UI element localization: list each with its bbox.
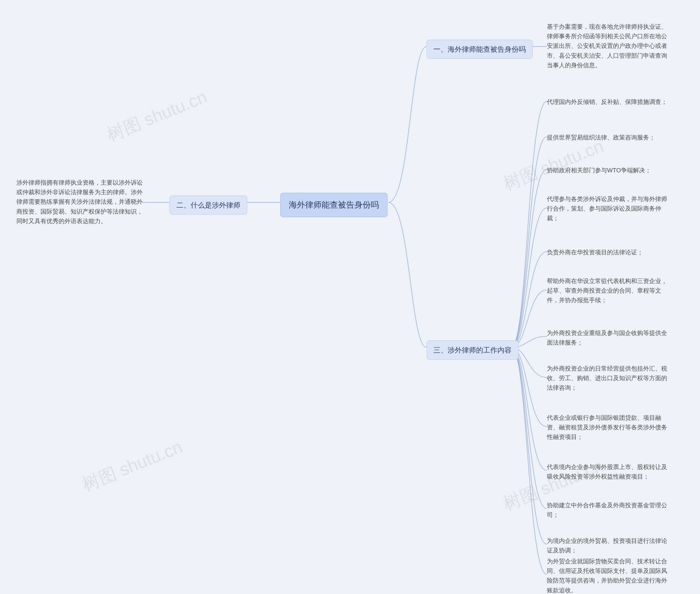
leaf-work-1: 提供世界贸易组织法律、政策咨询服务；: [547, 133, 667, 142]
leaf-work-2: 协助政府相关部门参与WTO争端解决；: [547, 165, 667, 175]
watermark: 树图 shutu.cn: [79, 435, 186, 497]
root-node[interactable]: 海外律师能查被告身份吗: [280, 193, 388, 217]
leaf-can-check-desc: 基于办案需要，现在各地允许律师持执业证、律师事务所介绍函等到相关公民户口所在地公…: [547, 22, 667, 70]
leaf-work-7: 为外商投资企业的日常经营提供包括外汇、税收、劳工、购销、进出口及知识产权等方面的…: [547, 364, 667, 393]
branch-work-content[interactable]: 三、涉外律师的工作内容: [427, 340, 519, 360]
leaf-work-10: 协助建立中外合作基金及外商投资基金管理公司；: [547, 500, 667, 520]
watermark: 树图 shutu.cn: [500, 134, 607, 196]
leaf-work-12: 为外贸企业就国际货物买卖合同、技术转让合同、信用证及托收等国际支付、提单及国际风…: [547, 557, 667, 594]
leaf-work-5: 帮助外商在华设立常驻代表机构和三资企业，起草、审查外商投资企业的合同、章程等文件…: [547, 276, 667, 305]
leaf-work-3: 代理参与各类涉外诉讼及仲裁，并与海外律师行合作，策划、参与国际诉讼及国际商务仲裁…: [547, 194, 667, 223]
leaf-work-11: 为境内企业的境外贸易、投资项目进行法律论证及协调；: [547, 536, 667, 555]
leaf-work-8: 代表企业或银行参与国际银团贷款、项目融资、融资租赁及涉外债券发行等各类涉外债务性…: [547, 413, 667, 442]
mindmap-canvas: 树图 shutu.cn 树图 shutu.cn 树图 shutu.cn 树图 s…: [0, 0, 700, 594]
watermark: 树图 shutu.cn: [103, 85, 210, 147]
branch-can-check[interactable]: 一、海外律师能查被告身份吗: [427, 40, 533, 59]
leaf-work-4: 负责外商在华投资项目的法律论证；: [547, 248, 667, 257]
branch-what-is[interactable]: 二、什么是涉外律师: [170, 196, 247, 215]
leaf-work-6: 为外商投资企业重组及参与国企收购等提供全面法律服务；: [547, 328, 667, 347]
leaf-work-9: 代表境内企业参与海外股票上市、股权转让及吸收风险投资等涉外权益性融资项目；: [547, 462, 667, 481]
leaf-work-0: 代理国内外反倾销、反补贴、保障措施调查；: [547, 97, 667, 107]
leaf-what-is-desc: 涉外律师指拥有律师执业资格，主要以涉外诉讼或仲裁和涉外非诉讼法律服务为主的律师。…: [16, 178, 145, 226]
